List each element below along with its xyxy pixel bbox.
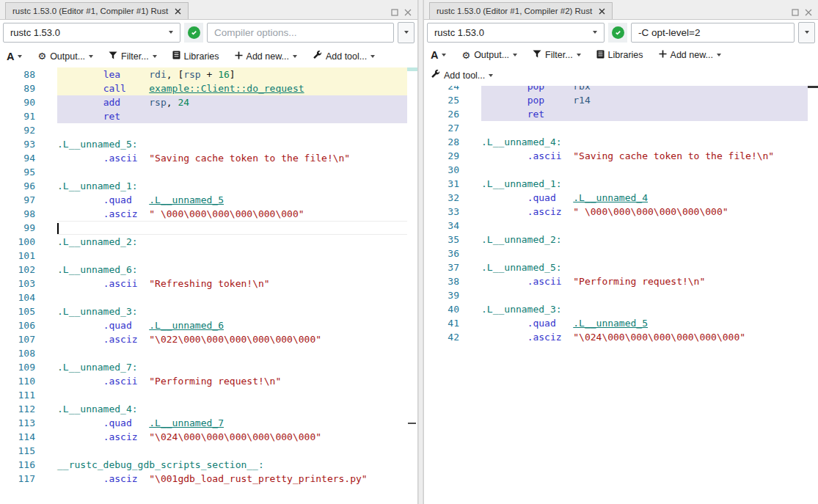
code-line[interactable]: 33 .asciz " \000\000\000\000\000\000" xyxy=(430,205,808,219)
asm-output-editor[interactable]: 88 lea rdi, [rsp + 16]89 call example::C… xyxy=(0,67,417,504)
code-line[interactable]: 37.L__unnamed_5: xyxy=(430,260,808,274)
line-content: .asciz " \000\000\000\000\000\000" xyxy=(481,205,808,219)
compiler-options-input[interactable] xyxy=(631,23,795,43)
line-content: .ascii "Performing request!\n" xyxy=(481,274,808,288)
close-icon[interactable] xyxy=(599,8,605,15)
code-line[interactable]: 112.L__unnamed_4: xyxy=(6,402,407,416)
caret-down-icon xyxy=(293,55,297,58)
compiler-select[interactable]: rustc 1.53.0 xyxy=(427,23,605,43)
pane-2-tab[interactable]: rustc 1.53.0 (Editor #1, Compiler #2) Ru… xyxy=(429,2,613,19)
libraries-icon xyxy=(172,51,180,62)
code-line[interactable]: 103 .ascii "Refreshing token!\n" xyxy=(6,277,407,291)
line-content xyxy=(481,163,808,177)
line-number: 103 xyxy=(6,277,35,291)
code-line[interactable]: 111 xyxy=(6,388,407,402)
code-line[interactable]: 40.L__unnamed_3: xyxy=(430,302,808,316)
code-line[interactable]: 42 .asciz "\024\000\000\000\000\000\000" xyxy=(430,330,808,344)
caret-down-icon xyxy=(577,54,581,56)
line-number: 89 xyxy=(6,81,35,95)
options-dropdown-button[interactable] xyxy=(398,22,415,43)
maximize-icon[interactable] xyxy=(792,9,799,16)
code-line[interactable]: 88 lea rdi, [rsp + 16] xyxy=(6,67,407,81)
code-line[interactable]: 93.L__unnamed_5: xyxy=(6,137,407,151)
code-line[interactable]: 107 .asciz "\022\000\000\000\000\000\000… xyxy=(6,332,407,346)
code-line[interactable]: 28.L__unnamed_4: xyxy=(430,135,808,149)
code-line[interactable]: 104 xyxy=(6,291,407,304)
code-line[interactable]: 105.L__unnamed_3: xyxy=(6,304,407,318)
overview-cursor-marker xyxy=(408,423,416,424)
code-line[interactable]: 39 xyxy=(430,288,808,302)
line-content: .quad .L__unnamed_4 xyxy=(481,191,808,205)
code-line[interactable]: 106 .quad .L__unnamed_6 xyxy=(6,318,407,332)
code-line[interactable]: 116__rustc_debug_gdb_scripts_section__: xyxy=(6,458,407,472)
options-dropdown-button[interactable] xyxy=(798,22,815,43)
code-line[interactable]: 38 .ascii "Performing request!\n" xyxy=(430,274,808,288)
code-line[interactable]: 90 add rsp, 24 xyxy=(6,95,407,109)
line-number: 97 xyxy=(6,193,35,207)
pane-splitter[interactable] xyxy=(418,0,423,504)
close-icon[interactable] xyxy=(404,9,412,16)
pane-1-tab[interactable]: rustc 1.53.0 (Editor #1, Compiler #1) Ru… xyxy=(5,2,189,19)
line-content: .L__unnamed_4: xyxy=(57,402,407,416)
line-content: .asciz "\022\000\000\000\000\000\000" xyxy=(57,332,407,346)
code-line[interactable]: 110 .ascii "Performing request!\n" xyxy=(6,374,407,388)
font-size-button[interactable]: A xyxy=(7,51,22,62)
close-icon[interactable] xyxy=(175,8,181,15)
code-line[interactable]: 99 xyxy=(6,221,407,235)
maximize-icon[interactable] xyxy=(391,9,398,16)
code-line[interactable]: 35.L__unnamed_2: xyxy=(430,233,808,246)
pane-2-window-controls xyxy=(792,9,818,19)
code-line[interactable]: 114 .asciz "\024\000\000\000\000\000\000… xyxy=(6,430,407,444)
code-line[interactable]: 31.L__unnamed_1: xyxy=(430,177,808,191)
caret-down-icon xyxy=(169,31,173,34)
filter-button[interactable]: Filter... xyxy=(533,50,581,60)
close-icon[interactable] xyxy=(805,9,812,16)
pane-2-toolbar-row-2: Add tool... xyxy=(424,65,818,87)
output-button[interactable]: ⚙ Output... xyxy=(37,51,93,62)
code-line[interactable]: 25 pop r14 xyxy=(430,93,808,107)
asm-output-editor[interactable]: 24 pop rbx25 pop r1426 ret2728.L__unname… xyxy=(424,86,818,504)
code-line[interactable]: 29 .ascii "Saving cache token to the fil… xyxy=(430,149,808,163)
code-line[interactable]: 113 .quad .L__unnamed_7 xyxy=(6,416,407,430)
code-line[interactable]: 30 xyxy=(430,163,808,177)
code-line[interactable]: 27 xyxy=(430,121,808,135)
code-line[interactable]: 32 .quad .L__unnamed_4 xyxy=(430,191,808,205)
code-line[interactable]: 102.L__unnamed_6: xyxy=(6,263,407,277)
filter-button[interactable]: Filter... xyxy=(109,51,157,62)
code-line[interactable]: 96.L__unnamed_1: xyxy=(6,179,407,193)
pane-2-tab-title: rustc 1.53.0 (Editor #1, Compiler #2) Ru… xyxy=(437,7,592,15)
code-line[interactable]: 91 ret xyxy=(6,109,407,123)
code-line[interactable]: 109.L__unnamed_7: xyxy=(6,360,407,374)
funnel-icon xyxy=(109,51,117,62)
libraries-button[interactable]: Libraries xyxy=(172,51,219,62)
code-line[interactable]: 34 xyxy=(430,219,808,233)
output-button[interactable]: ⚙ Output... xyxy=(461,50,517,60)
add-new-button[interactable]: Add new... xyxy=(235,51,297,62)
caret-down-icon xyxy=(404,31,409,34)
code-line[interactable]: 97 .quad .L__unnamed_5 xyxy=(6,193,407,207)
code-line[interactable]: 36 xyxy=(430,246,808,260)
add-tool-button[interactable]: Add tool... xyxy=(431,70,493,81)
code-line[interactable]: 95 xyxy=(6,165,407,179)
code-line[interactable]: 115 xyxy=(6,444,407,458)
libraries-button[interactable]: Libraries xyxy=(596,50,643,61)
code-line[interactable]: 108 xyxy=(6,346,407,360)
add-new-button[interactable]: Add new... xyxy=(659,50,721,60)
add-tool-button[interactable]: Add tool... xyxy=(313,51,375,62)
line-number: 25 xyxy=(430,93,459,107)
code-line[interactable]: 98 .asciz " \000\000\000\000\000\000" xyxy=(6,207,407,221)
code-line[interactable]: 89 call example::Client::do_request xyxy=(6,81,407,95)
code-line[interactable]: 24 pop rbx xyxy=(430,86,808,93)
code-line[interactable]: 92 xyxy=(6,123,407,137)
code-line[interactable]: 101 xyxy=(6,249,407,263)
code-line[interactable]: 100.L__unnamed_2: xyxy=(6,235,407,249)
code-line[interactable]: 41 .quad .L__unnamed_5 xyxy=(430,316,808,330)
code-line[interactable]: 117 .asciz "\001gdb_load_rust_pretty_pri… xyxy=(6,472,407,486)
font-size-button[interactable]: A xyxy=(431,49,446,61)
compiler-select[interactable]: rustc 1.53.0 xyxy=(3,23,180,43)
code-line[interactable]: 26 ret xyxy=(430,107,808,121)
compiler-options-input[interactable] xyxy=(207,23,394,43)
line-content: add rsp, 24 xyxy=(57,95,407,109)
pane-2-toolbar-row-1: A ⚙ Output... Filter... Libraries xyxy=(424,45,818,65)
code-line[interactable]: 94 .ascii "Saving cache token to the fil… xyxy=(6,151,407,165)
